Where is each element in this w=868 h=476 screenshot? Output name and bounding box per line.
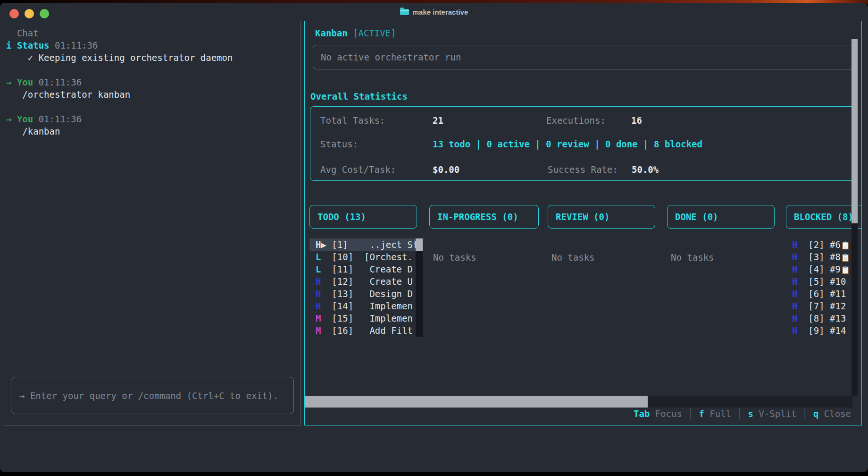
task-row[interactable]: H [7] #12 [786,300,862,312]
task-priority: M [316,325,321,336]
total-tasks-label: Total Tasks: [320,114,385,127]
avg-cost-label: Avg Cost/Task: [320,163,396,176]
chat-message-body: /orchestrator kanban [6,88,233,101]
executions-value: 16 [631,114,642,127]
task-priority: H [792,289,797,299]
column-header-label: REVIEW (0) [556,212,609,222]
hint-full[interactable]: f Full [699,408,731,420]
task-row[interactable]: H [4] #9📋 [786,263,862,275]
kanban-horizontal-scrollbar-thumb[interactable] [305,396,648,408]
task-label: [3] #8 [797,252,841,262]
chat-messages: Chati Status 01:11:36 ✓ Keeping existing… [6,27,233,150]
task-row[interactable]: H [13] Design D [309,288,422,300]
window-title-text: make interactive [413,8,468,16]
task-priority: H [316,289,321,299]
column-header-todo[interactable]: TODO (13) [309,205,417,229]
task-row[interactable]: H [9] #14 [786,324,862,337]
arrow-right-icon: → [6,114,11,124]
task-row[interactable]: H [12] Create U [309,275,422,288]
task-row[interactable]: H [5] #10 [786,275,862,288]
column-header-in[interactable]: IN-PROGRESS (0) [429,205,539,229]
task-row[interactable]: H [6] #11 [786,288,862,300]
hint-label: V-Split [753,408,797,419]
chat-message-header: → You 01:11:36 [6,76,233,88]
task-label: [15] Implemen [321,313,412,323]
task-row[interactable]: H [3] #8📋 [786,251,862,263]
chat-message-time: 01:11:36 [50,40,98,51]
column-header-label: TODO (13) [317,212,366,222]
task-label: [8] #13 [797,313,846,323]
kanban-title: Kanban [ACTIVE] [315,27,396,39]
kanban-vertical-scrollbar-thumb[interactable] [851,39,858,223]
task-row[interactable]: H [2] #6📋 [786,238,862,251]
task-priority: H [316,276,321,287]
titlebar: make interactive [0,3,868,21]
kanban-horizontal-scrollbar[interactable] [305,396,852,408]
task-row[interactable]: L [11] Create D [309,263,422,275]
column-header-label: BLOCKED (8) [794,212,853,222]
task-row[interactable]: H [14] Implemen [309,300,422,312]
task-label: [16] Add Filt [321,325,412,336]
hint-key: f [699,408,704,419]
terminal-window: make interactive Chati Status 01:11:36 ✓… [0,3,868,472]
chat-message-header: → You 01:11:36 [6,113,233,125]
task-row[interactable]: H▶ [1] ..ject St [309,238,422,251]
status-value: 13 todo | 0 active | 0 review | 0 done |… [433,138,702,150]
task-label: [10] [Orchest. [321,252,412,262]
task-row[interactable]: M [15] Implemen [309,312,422,324]
task-priority: H [316,239,321,250]
task-row[interactable]: L [10] [Orchest. [309,251,422,263]
kanban-vertical-scrollbar[interactable] [851,39,858,396]
column-header-review[interactable]: REVIEW (0) [548,205,655,229]
stats-box: Total Tasks: 21 Executions: 16 Status: 1… [310,106,855,181]
task-priority: H [792,325,797,336]
clipboard-icon: 📋 [841,241,850,250]
chat-message-time: 01:11:36 [33,77,82,87]
hint-close[interactable]: q Close [813,408,851,420]
task-priority: H [792,239,797,250]
task-label: ▶ [1] ..ject St [321,239,418,250]
task-priority: H [792,252,797,262]
success-rate-label: Success Rate: [548,163,618,176]
status-label: Status: [320,138,358,150]
task-priority: H [792,313,797,323]
task-priority: H [316,301,321,311]
todo-list-scrollbar-thumb[interactable] [416,238,423,251]
todo-list-scrollbar[interactable] [416,238,423,337]
task-priority: H [792,276,797,287]
chat-message-body: /kanban [6,125,233,137]
task-label: [11] Create D [321,264,412,274]
hint-focus[interactable]: Tab Focus [634,408,682,420]
stats-heading: Overall Statistics [310,90,408,102]
task-label: [9] #14 [797,325,846,336]
task-label: [7] #12 [797,301,846,311]
chat-message-sender: You [17,114,33,124]
task-priority: L [316,252,321,262]
column-header-label: IN-PROGRESS (0) [437,212,518,222]
task-row[interactable]: M [16] Add Filt [309,324,422,337]
clipboard-icon: 📋 [841,253,850,262]
hint-key: q [813,408,818,419]
hint-label: Close [818,408,851,419]
clipboard-icon: 📋 [841,265,850,274]
task-row[interactable]: H [8] #13 [786,312,862,324]
chat-panel: Chati Status 01:11:36 ✓ Keeping existing… [4,21,300,425]
task-label: [13] Design D [321,289,412,299]
hint-label: Focus [650,408,682,419]
task-priority: L [316,264,321,274]
screen: make interactive Chati Status 01:11:36 ✓… [0,0,868,476]
column-header-done[interactable]: DONE (0) [667,205,775,229]
chat-message-header: i Status 01:11:36 [6,39,233,51]
folder-icon [400,9,409,15]
arrow-right-icon: → [6,77,11,87]
kanban-title-text: Kanban [315,28,348,38]
task-label: [12] Create U [321,276,412,287]
chat-input[interactable]: → Enter your query or /command (Ctrl+C t… [11,377,294,414]
avg-cost-value: $0.00 [433,163,459,176]
column-header-blocked[interactable]: BLOCKED (8) [786,205,862,229]
task-label: [4] #9 [797,264,841,274]
hint-key: Tab [634,408,650,419]
hint-v-split[interactable]: s V-Split [748,408,796,420]
task-priority: M [316,313,321,323]
info-icon: i [6,40,11,51]
